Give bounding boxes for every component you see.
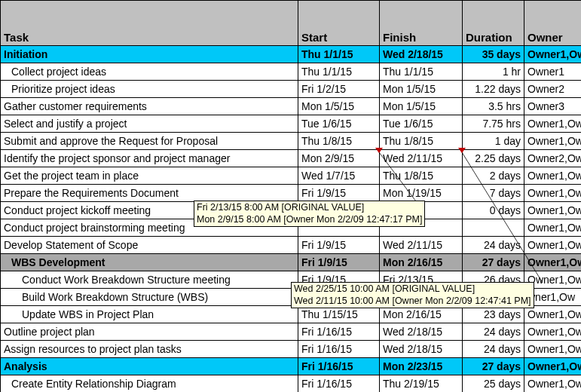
cell-duration[interactable]: 1 day xyxy=(463,133,524,150)
cell-start[interactable]: Fri 1/9/15 xyxy=(298,237,380,254)
cell-finish[interactable]: Wed 2/18/15 xyxy=(380,46,463,63)
project-table[interactable]: Task Start Finish Duration Owner Initiat… xyxy=(0,0,581,392)
cell-task[interactable]: Assign resources to project plan tasks xyxy=(1,341,298,358)
table-row[interactable]: Gather customer requirementsMon 1/5/15Mo… xyxy=(1,98,582,115)
cell-duration[interactable]: 7.75 hrs xyxy=(463,115,524,133)
cell-task[interactable]: Collect project ideas xyxy=(1,63,298,81)
col-finish[interactable]: Finish xyxy=(380,1,463,46)
cell-finish[interactable]: Thu 1/1/15 xyxy=(380,63,463,81)
cell-finish[interactable]: Mon 1/5/15 xyxy=(380,81,463,98)
cell-finish[interactable]: Wed 2/11/15 xyxy=(380,150,463,167)
cell-owner[interactable]: Owner1,Ow xyxy=(524,115,582,133)
table-row[interactable]: Get the project team in placeWed 1/7/15T… xyxy=(1,167,582,185)
table-row[interactable]: InitiationThu 1/1/15Wed 2/18/1535 daysOw… xyxy=(1,46,582,63)
cell-task[interactable]: Build Work Breakdown Structure (WBS) xyxy=(1,289,298,306)
cell-duration[interactable]: 24 days xyxy=(463,341,524,358)
cell-task[interactable]: Initiation xyxy=(1,46,298,63)
cell-task[interactable]: Get the project team in place xyxy=(1,167,298,185)
cell-task[interactable]: Select and justify a project xyxy=(1,115,298,133)
cell-owner[interactable]: Owner1,Ow xyxy=(524,341,582,358)
table-row[interactable]: Identify the project sponsor and project… xyxy=(1,150,582,167)
table-row[interactable]: Create Entity Relationship DiagramFri 1/… xyxy=(1,375,582,393)
cell-task[interactable]: Submit and approve the Request for Propo… xyxy=(1,133,298,150)
cell-finish[interactable]: Wed 2/11/15 xyxy=(380,237,463,254)
cell-finish[interactable]: Thu 1/8/15 xyxy=(380,133,463,150)
table-row[interactable]: Prepare the Requirements DocumentFri 1/9… xyxy=(1,185,582,202)
cell-task[interactable]: WBS Development xyxy=(1,254,298,271)
cell-finish[interactable]: Mon 2/23/15 xyxy=(380,358,463,375)
cell-start[interactable]: Thu 1/1/15 xyxy=(298,46,380,63)
cell-duration[interactable]: 25 days xyxy=(463,375,524,393)
cell-finish[interactable]: Thu 1/8/15 xyxy=(380,167,463,185)
cell-start[interactable]: Fri 1/9/15 xyxy=(298,254,380,271)
cell-duration[interactable]: 0 days xyxy=(463,202,524,219)
cell-duration[interactable]: 3.5 hrs xyxy=(463,98,524,115)
cell-owner[interactable]: Owner1,Ow xyxy=(524,202,582,219)
cell-owner[interactable]: Owner1,Ow xyxy=(524,133,582,150)
table-row[interactable]: Collect project ideasThu 1/1/15Thu 1/1/1… xyxy=(1,63,582,81)
cell-duration[interactable]: 2.25 days xyxy=(463,150,524,167)
table-row[interactable]: Prioritize project ideasFri 1/2/15Mon 1/… xyxy=(1,81,582,98)
cell-start[interactable]: Fri 1/16/15 xyxy=(298,323,380,341)
cell-owner[interactable]: Owner1,Ow xyxy=(524,358,582,375)
cell-task[interactable]: Prepare the Requirements Document xyxy=(1,185,298,202)
cell-task[interactable]: Develop Statement of Scope xyxy=(1,237,298,254)
cell-owner[interactable]: Owner1,Ow xyxy=(524,219,582,237)
table-row[interactable]: AnalysisFri 1/16/15Mon 2/23/1527 daysOwn… xyxy=(1,358,582,375)
cell-finish[interactable]: Tue 1/6/15 xyxy=(380,115,463,133)
cell-duration[interactable]: 27 days xyxy=(463,358,524,375)
cell-owner[interactable]: Owner1,Ow xyxy=(524,237,582,254)
col-duration[interactable]: Duration xyxy=(463,1,524,46)
cell-owner[interactable]: Owner1,Ow xyxy=(524,375,582,393)
cell-start[interactable]: Fri 1/16/15 xyxy=(298,375,380,393)
cell-finish[interactable]: Mon 1/5/15 xyxy=(380,98,463,115)
cell-start[interactable]: Mon 1/5/15 xyxy=(298,98,380,115)
cell-task[interactable]: Create Entity Relationship Diagram xyxy=(1,375,298,393)
cell-duration[interactable]: 24 days xyxy=(463,237,524,254)
table-row[interactable]: Submit and approve the Request for Propo… xyxy=(1,133,582,150)
cell-start[interactable]: Fri 1/2/15 xyxy=(298,81,380,98)
cell-duration[interactable]: 24 days xyxy=(463,323,524,341)
cell-task[interactable]: Conduct Work Breakdown Structure meeting xyxy=(1,271,298,289)
col-start[interactable]: Start xyxy=(298,1,380,46)
cell-finish[interactable]: Mon 2/16/15 xyxy=(380,254,463,271)
cell-task[interactable]: Gather customer requirements xyxy=(1,98,298,115)
cell-owner[interactable]: Owner1 xyxy=(524,63,582,81)
cell-start[interactable]: Fri 1/9/15 xyxy=(298,185,380,202)
table-row[interactable]: Outline project planFri 1/16/15Wed 2/18/… xyxy=(1,323,582,341)
cell-owner[interactable]: Owner2 xyxy=(524,81,582,98)
cell-start[interactable]: Thu 1/8/15 xyxy=(298,133,380,150)
cell-duration[interactable]: 7 days xyxy=(463,185,524,202)
cell-start[interactable]: Fri 1/16/15 xyxy=(298,341,380,358)
cell-owner[interactable]: Owner1,Ow xyxy=(524,167,582,185)
cell-owner[interactable]: Owner1,Ow xyxy=(524,185,582,202)
cell-owner[interactable]: Owner1,Ow xyxy=(524,46,582,63)
cell-start[interactable]: Fri 1/16/15 xyxy=(298,358,380,375)
col-owner[interactable]: Owner xyxy=(524,1,582,46)
cell-owner[interactable]: Owner3 xyxy=(524,98,582,115)
cell-finish[interactable]: Thu 2/19/15 xyxy=(380,375,463,393)
cell-finish[interactable]: Wed 2/18/15 xyxy=(380,341,463,358)
cell-task[interactable]: Prioritize project ideas xyxy=(1,81,298,98)
cell-owner[interactable]: Owner1,Ow xyxy=(524,323,582,341)
table-row[interactable]: Select and justify a projectTue 1/6/15Tu… xyxy=(1,115,582,133)
cell-task[interactable]: Analysis xyxy=(1,358,298,375)
cell-start[interactable]: Tue 1/6/15 xyxy=(298,115,380,133)
cell-owner[interactable]: Owner1,Ow xyxy=(524,254,582,271)
col-task[interactable]: Task xyxy=(1,1,298,46)
table-row[interactable]: Assign resources to project plan tasksFr… xyxy=(1,341,582,358)
table-row[interactable]: WBS DevelopmentFri 1/9/15Mon 2/16/1527 d… xyxy=(1,254,582,271)
cell-duration[interactable]: 1 hr xyxy=(463,63,524,81)
cell-owner[interactable]: Owner2,Ow xyxy=(524,150,582,167)
cell-task[interactable]: Update WBS in Project Plan xyxy=(1,306,298,323)
cell-duration[interactable]: 35 days xyxy=(463,46,524,63)
cell-start[interactable]: Mon 2/9/15 xyxy=(298,150,380,167)
cell-duration[interactable]: 27 days xyxy=(463,254,524,271)
cell-duration[interactable] xyxy=(463,219,524,237)
cell-task[interactable]: Outline project plan xyxy=(1,323,298,341)
cell-start[interactable]: Thu 1/1/15 xyxy=(298,63,380,81)
cell-task[interactable]: Identify the project sponsor and project… xyxy=(1,150,298,167)
cell-start[interactable]: Wed 1/7/15 xyxy=(298,167,380,185)
table-row[interactable]: Develop Statement of ScopeFri 1/9/15Wed … xyxy=(1,237,582,254)
cell-finish[interactable]: Mon 1/19/15 xyxy=(380,185,463,202)
